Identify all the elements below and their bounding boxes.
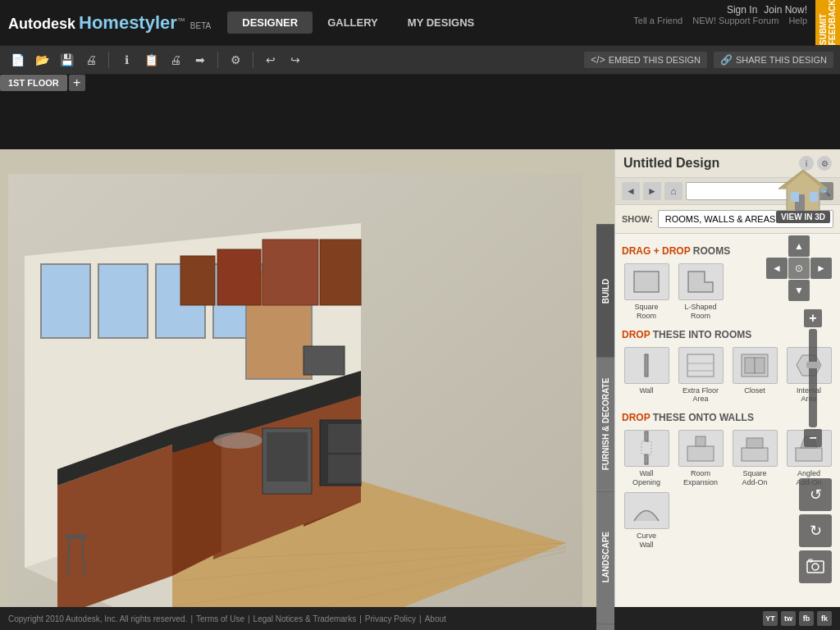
help-link[interactable]: Help <box>788 16 807 25</box>
view-3d-button[interactable]: VIEW IN 3D <box>774 166 832 223</box>
wall-item[interactable]: Wall <box>622 347 671 404</box>
redo-icon[interactable]: ↪ <box>285 49 306 71</box>
copy-icon[interactable]: 📋 <box>140 49 162 71</box>
share-icon: 🔗 <box>720 54 733 66</box>
extra-floor-item[interactable]: Extra FloorArea <box>676 347 725 404</box>
screenshot-icon <box>806 557 825 577</box>
my-designs-nav-btn[interactable]: MY DESIGNS <box>393 11 489 34</box>
navigation-controls: ▲ ◄ ⊙ ► ▼ <box>766 235 832 301</box>
screenshot-btn[interactable] <box>799 550 832 583</box>
build-tab[interactable]: BUILD <box>596 224 614 357</box>
feedback-button[interactable]: SUBMIT FEEDBACK <box>815 0 840 45</box>
svg-rect-58 <box>746 438 763 448</box>
panel-forward-btn[interactable]: ► <box>643 182 661 200</box>
embed-share-area: </> EMBED THIS DESIGN 🔗 SHARE THIS DESIG… <box>584 52 833 68</box>
nav-right-btn[interactable]: ► <box>810 258 832 279</box>
export-icon[interactable]: ➡ <box>189 49 211 71</box>
save-icon[interactable]: 💾 <box>56 49 77 71</box>
svg-rect-8 <box>98 264 148 338</box>
share-design-btn[interactable]: 🔗 SHARE THIS DESIGN <box>714 52 833 68</box>
nav-empty-br <box>810 280 832 301</box>
nav-center-btn[interactable]: ⊙ <box>788 258 810 279</box>
print2-icon[interactable]: 🖨 <box>165 49 186 71</box>
svg-rect-57 <box>742 448 768 461</box>
gallery-nav-btn[interactable]: GALLERY <box>313 11 393 34</box>
panel-back-btn[interactable]: ◄ <box>622 182 640 200</box>
print-icon[interactable]: 🖨 <box>80 49 102 71</box>
landscape-tab[interactable]: LANDSCAPE <box>596 491 614 623</box>
nav-empty-tl <box>766 235 788 257</box>
toolbar-separator <box>108 52 109 68</box>
svg-rect-53 <box>645 454 648 464</box>
square-room-label: SquareRoom <box>634 303 658 321</box>
zoom-in-btn[interactable]: + <box>804 309 822 327</box>
zoom-controls: + − <box>804 309 822 447</box>
l-shaped-room-item[interactable]: L-ShapedRoom <box>676 263 725 321</box>
svg-rect-26 <box>304 346 345 375</box>
l-shaped-room-label: L-ShapedRoom <box>684 303 716 321</box>
settings-icon[interactable]: ⚙ <box>225 49 246 71</box>
nav-left-btn[interactable]: ◄ <box>766 258 788 279</box>
product-logo: Homestyler™ <box>79 12 185 34</box>
zoom-thumb <box>806 362 819 368</box>
embed-icon: </> <box>591 54 605 66</box>
logo-area: Autodesk Homestyler™ BETA <box>8 12 211 34</box>
youtube-icon[interactable]: YT <box>763 611 778 626</box>
designer-nav-btn[interactable]: DESIGNER <box>227 11 313 34</box>
wall-opening-icon <box>624 430 669 467</box>
support-link[interactable]: NEW! Support Forum <box>692 16 778 25</box>
rotate-ccw-btn[interactable]: ↺ <box>799 478 832 511</box>
open-file-icon[interactable]: 📂 <box>31 49 52 71</box>
embed-design-btn[interactable]: </> EMBED THIS DESIGN <box>584 52 707 68</box>
extra-floor-icon <box>678 347 724 384</box>
facebook-icon[interactable]: fb <box>799 611 814 626</box>
svg-marker-43 <box>688 272 713 292</box>
square-room-item[interactable]: SquareRoom <box>622 263 671 321</box>
room-expansion-item[interactable]: RoomExpansion <box>676 430 725 487</box>
tell-friend-link[interactable]: Tell a Friend <box>633 16 682 25</box>
join-now-link[interactable]: Join Now! <box>764 4 807 16</box>
view-3d-label: VIEW IN 3D <box>776 211 830 223</box>
info-icon[interactable]: ℹ <box>116 49 137 71</box>
about-link[interactable]: About <box>425 614 446 623</box>
toolbar-separator-3 <box>253 52 253 68</box>
nav-up-btn[interactable]: ▲ <box>788 235 810 257</box>
square-addon-item[interactable]: SquareAdd-On <box>730 430 779 487</box>
zoom-out-btn[interactable]: − <box>804 429 822 447</box>
room-expansion-icon <box>678 430 724 467</box>
footer-social: YT tw fb fk <box>763 611 832 626</box>
zoom-slider[interactable] <box>809 329 817 427</box>
new-file-icon[interactable]: 📄 <box>7 49 28 71</box>
wall-opening-label: WallOpening <box>632 469 660 487</box>
flickr-icon[interactable]: fk <box>817 611 832 626</box>
terms-link[interactable]: Terms of Use <box>196 614 244 623</box>
copyright-text: Copyright 2010 Autodesk, Inc. All rights… <box>8 614 187 623</box>
curve-wall-item[interactable]: CurveWall <box>622 492 671 550</box>
panel-home-btn[interactable]: ⌂ <box>664 182 682 200</box>
twitter-icon[interactable]: tw <box>781 611 796 626</box>
legal-link[interactable]: Legal Notices & Trademarks <box>253 614 357 623</box>
svg-rect-56 <box>696 436 705 446</box>
privacy-link[interactable]: Privacy Policy <box>365 614 416 623</box>
share-label: SHARE THIS DESIGN <box>736 55 827 65</box>
svg-point-39 <box>812 564 819 570</box>
action-buttons: ↺ ↻ <box>799 478 832 583</box>
l-shaped-room-icon <box>678 263 724 300</box>
svg-rect-34 <box>810 192 818 202</box>
svg-rect-50 <box>755 358 765 373</box>
floor-tab[interactable]: 1ST FLOOR <box>0 75 67 91</box>
svg-rect-25 <box>267 432 308 482</box>
furnish-decorate-tab[interactable]: FURNISH & DECORATE <box>596 357 614 490</box>
svg-rect-45 <box>687 354 714 377</box>
nav-cross: ▲ ◄ ⊙ ► ▼ <box>766 235 832 301</box>
closet-item[interactable]: Closet <box>730 347 779 404</box>
wall-icon <box>624 347 669 384</box>
sign-in-link[interactable]: Sign In <box>727 4 757 16</box>
undo-icon[interactable]: ↩ <box>260 49 281 71</box>
add-floor-btn[interactable]: + <box>69 75 85 91</box>
nav-down-btn[interactable]: ▼ <box>788 280 810 301</box>
rotate-cw-btn[interactable]: ↻ <box>799 514 832 547</box>
svg-rect-49 <box>745 358 755 373</box>
square-room-icon <box>624 263 669 300</box>
wall-opening-item[interactable]: WallOpening <box>622 430 671 487</box>
